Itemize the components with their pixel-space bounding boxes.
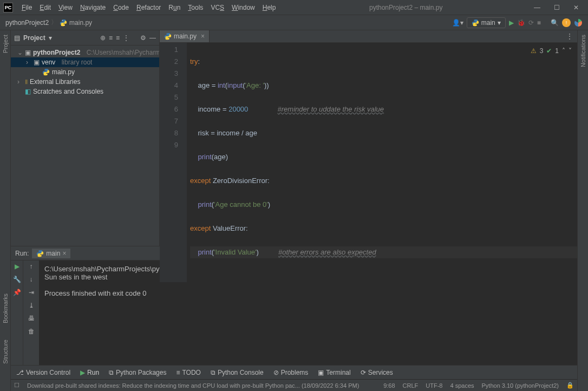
app-icon: PC [3, 3, 13, 12]
minimize-button[interactable]: — [533, 4, 541, 11]
menu-refactor[interactable]: Refactor [133, 3, 164, 12]
lbl: Problems [281, 369, 309, 376]
menu-file[interactable]: File [18, 3, 35, 12]
bc-file[interactable]: main.py [69, 19, 92, 27]
ide-services-icon[interactable] [574, 18, 583, 27]
menu-code[interactable]: Code [110, 3, 132, 12]
collapse-icon[interactable]: ≡ [116, 34, 120, 42]
chevron-down-icon: ▾ [498, 19, 501, 27]
menu-view[interactable]: View [55, 3, 76, 12]
btn-todo[interactable]: ≡TODO [176, 369, 200, 376]
status-message[interactable]: Download pre-built shared indexes: Reduc… [27, 382, 376, 389]
editor-tab[interactable]: main.py × [160, 30, 210, 42]
ln: 4 [160, 80, 178, 92]
side-project[interactable]: Project [2, 35, 9, 53]
btn-pkg[interactable]: ⧉Python Packages [109, 369, 166, 376]
btn-terminal[interactable]: ▣Terminal [318, 369, 350, 376]
gear-icon[interactable]: ⚙ [140, 34, 146, 42]
btn-services[interactable]: ⟳Services [361, 369, 393, 376]
tree-root[interactable]: pythonProject2 [33, 49, 80, 56]
inspection-widget[interactable]: ⚠3 ✔1 ˄˅ [531, 45, 572, 57]
stop-button[interactable]: ■ [537, 19, 541, 27]
side-notifications[interactable]: Notifications [580, 35, 586, 67]
coverage-button[interactable]: ⟳ [528, 19, 534, 27]
encoding[interactable]: UTF-8 [426, 382, 442, 389]
t: print [198, 248, 211, 256]
t: input [227, 81, 243, 89]
t [248, 105, 277, 113]
tree-venv-hint: library root [62, 58, 93, 66]
line-ending[interactable]: CRLF [403, 382, 419, 389]
up-icon[interactable]: ˄ [562, 45, 565, 57]
menu-vcs[interactable]: VCS [207, 3, 227, 12]
code-body[interactable]: try: age = int(input('Age: ')) income = … [187, 43, 577, 282]
add-user-icon[interactable]: 👤▾ [452, 19, 463, 27]
menu-help[interactable]: Help [259, 3, 279, 12]
lock-icon[interactable]: 🔒 [566, 382, 574, 389]
expand-icon[interactable]: ≡ [109, 34, 113, 42]
debug-button[interactable]: 🐞 [517, 19, 525, 27]
tree-mainpy[interactable]: main.py [52, 68, 75, 76]
ln: 5 [160, 92, 178, 103]
code-editor[interactable]: ⚠3 ✔1 ˄˅ 1 2 3 4 5 6 7 8 9 [160, 43, 577, 282]
t: #other errors are also expected [278, 248, 376, 256]
trash-icon[interactable]: 🗑 [28, 328, 35, 335]
chevron-down-icon[interactable]: ▾ [49, 34, 52, 42]
project-tree[interactable]: ⌄▣pythonProject2 C:\Users\mshah\Pycharm … [11, 45, 159, 246]
btn-problems[interactable]: ⊘Problems [273, 369, 309, 376]
btn-pyconsole[interactable]: ⧉Python Console [211, 369, 264, 376]
wrench-icon[interactable]: 🔧 [13, 276, 21, 283]
warning-icon: ⚠ [531, 45, 537, 57]
menu-navigate[interactable]: Navigate [77, 3, 109, 12]
menu-run[interactable]: Run [165, 3, 184, 12]
warning-count: 3 [540, 45, 544, 57]
line-gutter[interactable]: 1 2 3 4 5 6 7 8 9 [160, 43, 181, 282]
menu-window[interactable]: Window [228, 3, 258, 12]
print-icon[interactable]: 🖶 [28, 315, 35, 322]
scroll-icon[interactable]: ⤓ [29, 302, 34, 309]
side-bookmarks[interactable]: Bookmarks [2, 294, 9, 323]
options-icon[interactable]: ⋮ [123, 34, 129, 42]
lbl: Python Console [218, 369, 264, 376]
maximize-button[interactable]: ☐ [552, 4, 561, 11]
menu-tools[interactable]: Tools [185, 3, 206, 12]
run-config-name: main [481, 19, 495, 27]
tree-extlib[interactable]: External Libraries [30, 78, 80, 86]
interpreter[interactable]: Python 3.10 (pythonProject2) [482, 382, 559, 389]
t: print [198, 200, 211, 208]
search-icon[interactable]: 🔍 [551, 19, 559, 27]
indent[interactable]: 4 spaces [450, 382, 474, 389]
up-arrow-icon[interactable]: ↑ [30, 263, 33, 270]
t: : [267, 177, 270, 185]
close-icon[interactable]: × [62, 250, 66, 257]
run-config-select[interactable]: main ▾ [467, 17, 506, 28]
wrap-icon[interactable]: ⇥ [29, 289, 34, 296]
update-icon[interactable]: ↑ [562, 18, 571, 27]
run-button[interactable]: ▶ [509, 19, 514, 27]
menu-edit[interactable]: Edit [36, 3, 54, 12]
pin-icon[interactable]: 📌 [13, 289, 21, 296]
side-structure[interactable]: Structure [2, 340, 9, 364]
status-icon[interactable]: ☐ [14, 382, 19, 389]
down-icon[interactable]: ˅ [569, 45, 572, 57]
services-icon: ⟳ [361, 369, 366, 376]
out: Process finished with exit code 0 [44, 289, 147, 297]
hide-icon[interactable]: — [149, 34, 156, 42]
t: : [246, 224, 248, 232]
run-tab[interactable]: main × [32, 249, 70, 258]
tabs-menu-icon[interactable]: ⋮ [566, 32, 573, 40]
tree-venv[interactable]: venv [42, 58, 55, 66]
window-title: pythonProject2 – main.py [279, 4, 533, 11]
tree-scratch[interactable]: Scratches and Consoles [33, 88, 103, 95]
bc-project[interactable]: pythonProject2 [5, 19, 49, 27]
run-tab-label: main [46, 250, 60, 257]
down-arrow-icon[interactable]: ↓ [30, 276, 33, 283]
locate-icon[interactable]: ⊕ [100, 34, 106, 42]
rerun-icon[interactable]: ▶ [15, 263, 19, 270]
close-tab-icon[interactable]: × [201, 32, 205, 40]
caret-pos[interactable]: 9:68 [383, 382, 395, 389]
btn-run[interactable]: ▶Run [80, 369, 99, 376]
ln: 1 [160, 44, 178, 56]
btn-vcs[interactable]: ⎇Version Control [16, 369, 70, 376]
close-button[interactable]: ✕ [572, 4, 580, 11]
